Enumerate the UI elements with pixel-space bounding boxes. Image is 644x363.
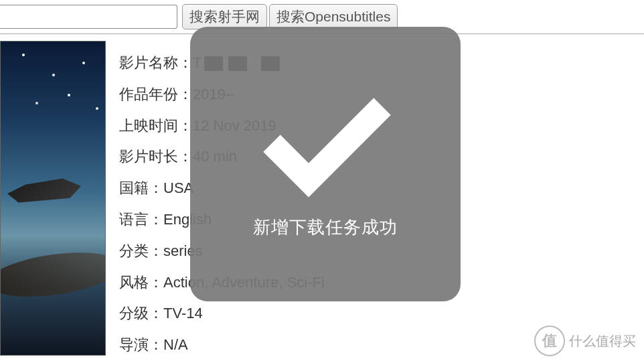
detail-director: 导演：N/A — [119, 335, 325, 356]
country-value: USA — [163, 179, 193, 196]
success-toast: 新增下载任务成功 — [190, 27, 461, 301]
search-shooter-button[interactable]: 搜索射手网 — [182, 4, 267, 29]
search-input[interactable] — [0, 5, 177, 29]
rating-label: 分级： — [119, 305, 163, 321]
type-label: 分类： — [119, 242, 163, 259]
detail-rating: 分级：TV-14 — [119, 303, 325, 324]
poster-graphic — [7, 175, 81, 206]
genre-label: 风格： — [119, 274, 163, 291]
year-label: 作品年份： — [119, 86, 193, 102]
toast-message: 新增下载任务成功 — [253, 216, 398, 239]
watermark-text: 什么值得买 — [569, 332, 636, 350]
runtime-label: 影片时长： — [119, 148, 193, 165]
release-label: 上映时间： — [119, 117, 193, 134]
rating-value: TV-14 — [163, 305, 203, 321]
language-label: 语言： — [119, 211, 163, 228]
watermark-icon: 值 — [534, 325, 565, 356]
search-opensubtitles-button[interactable]: 搜索Opensubtitles — [269, 4, 398, 29]
director-value: N/A — [163, 336, 188, 353]
director-label: 导演： — [119, 336, 163, 353]
country-label: 国籍： — [119, 179, 163, 196]
checkmark-icon — [245, 76, 406, 210]
title-label: 影片名称： — [119, 54, 193, 71]
movie-poster — [0, 41, 106, 356]
watermark: 值 什么值得买 — [534, 325, 636, 356]
